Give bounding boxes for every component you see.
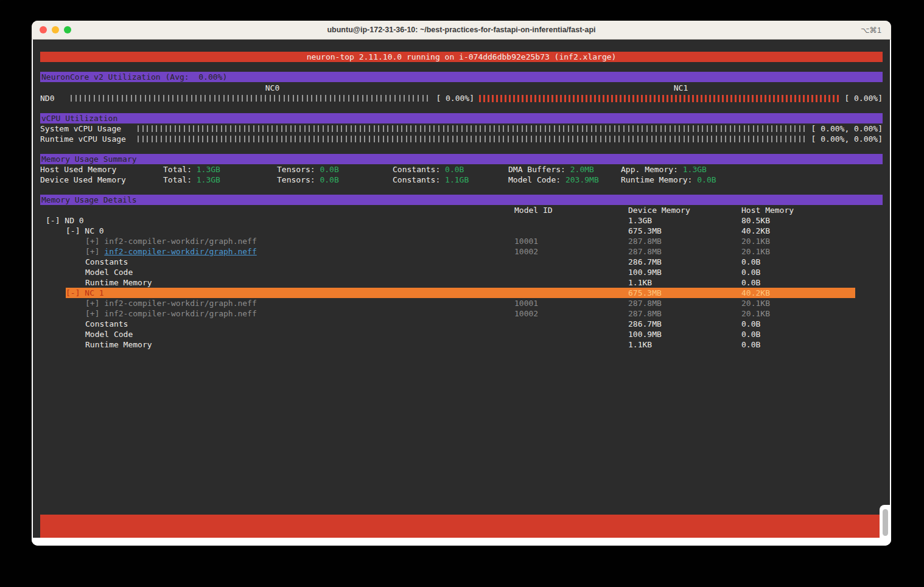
summary-row-label: Device Used Memory (40, 175, 163, 185)
model-id-cell: 10001 (514, 236, 628, 246)
host-memory-cell: 20.1KB (741, 236, 883, 246)
host-memory-cell: 0.0B (741, 257, 883, 267)
window-bottom-edge (32, 538, 891, 546)
device-memory-cell: 1.1KB (628, 277, 741, 288)
expand-toggle-icon[interactable]: [+] (85, 237, 104, 246)
tree-node-name: Runtime Memory (40, 339, 514, 350)
nc0-label: NC0 (71, 83, 474, 93)
runtime-vcpu-row: Runtime vCPU Usage [ 0.00%, 0.00%] (40, 134, 883, 144)
memory-summary-rows: Host Used MemoryTotal: 1.3GBTensors: 0.0… (40, 164, 883, 185)
title-bar[interactable]: ubuntu@ip-172-31-36-10: ~/best-practices… (32, 21, 891, 40)
tree-node-name: Model Code (40, 329, 514, 339)
memory-summary-row: Device Used MemoryTotal: 1.3GBTensors: 0… (40, 175, 883, 185)
nc0-gauge-bar (71, 95, 432, 102)
system-vcpu-value: [ 0.00%, 0.00%] (811, 123, 883, 134)
summary-cell: Total: 1.3GB (163, 164, 277, 175)
device-memory-cell: 287.8MB (628, 298, 741, 308)
system-vcpu-row: System vCPU Usage [ 0.00%, 0.00%] (40, 123, 883, 134)
summary-cell: App. Memory: 1.3GB (621, 164, 883, 175)
tree-row[interactable]: [-] ND 01.3GB80.5KB (40, 215, 883, 226)
device-memory-cell: 100.9MB (628, 267, 741, 277)
zoom-button[interactable] (64, 26, 71, 33)
tree-node-name: [-] NC 1 (40, 288, 514, 298)
nd0-gauge-row: ND0 [ 0.00%] [ 0.00%] (40, 93, 883, 103)
model-id-cell (514, 277, 628, 288)
nc0-gauge-value: [ 0.00%] (436, 93, 474, 103)
tabs-line: Neuron Apps >[1]:all<[2]:7[3]:7 (40, 535, 883, 538)
tree-node-name: [-] ND 0 (40, 215, 514, 226)
model-id-cell: 10001 (514, 298, 628, 308)
tree-row[interactable]: [+] inf2-compiler-workdir/graph.neff1000… (40, 298, 883, 308)
expand-toggle-icon[interactable]: [+] (85, 247, 104, 256)
model-id-cell (514, 288, 628, 298)
terminal-window: ubuntu@ip-172-31-36-10: ~/best-practices… (32, 21, 891, 546)
host-memory-cell: 0.0B (741, 277, 883, 288)
tree-node-name: [+] inf2-compiler-workdir/graph.neff (40, 308, 514, 319)
column-header-device-memory: Device Memory (628, 205, 741, 215)
tree-row[interactable]: Model Code100.9MB0.0B (40, 329, 883, 339)
expand-toggle-icon[interactable]: [+] (85, 299, 104, 308)
tree-row[interactable]: Model Code100.9MB0.0B (40, 267, 883, 277)
tree-row[interactable]: Runtime Memory1.1KB0.0B (40, 339, 883, 350)
model-id-cell (514, 319, 628, 329)
host-memory-cell: 0.0B (741, 339, 883, 350)
nc0-gauge: [ 0.00%] (71, 93, 474, 103)
nc1-gauge-bar (479, 95, 840, 102)
nd0-label: ND0 (40, 93, 66, 103)
host-memory-cell: 40.2KB (741, 288, 883, 298)
model-id-cell (514, 339, 628, 350)
memory-details-rows: [-] ND 01.3GB80.5KB[-] NC 0675.3MB40.2KB… (40, 215, 883, 350)
summary-cell: Total: 1.3GB (163, 175, 277, 185)
system-vcpu-gauge-bar (138, 125, 807, 132)
model-id-cell (514, 257, 628, 267)
status-bar: Neuron Apps >[1]:all<[2]:7[3]:7 q: quita… (40, 515, 883, 538)
summary-cell: Tensors: 0.0B (277, 164, 393, 175)
summary-cell: DMA Buffers: 2.0MB (508, 164, 621, 175)
host-memory-cell: 20.1KB (741, 298, 883, 308)
close-button[interactable] (40, 26, 47, 33)
summary-cell: Constants: 1.1GB (393, 175, 508, 185)
tree-row[interactable]: [+] inf2-compiler-workdir/graph.neff1000… (40, 308, 883, 319)
window-shortcut-badge: ⌥⌘1 (861, 26, 881, 35)
device-memory-cell: 100.9MB (628, 329, 741, 339)
device-memory-cell: 287.8MB (628, 246, 741, 257)
runtime-vcpu-value: [ 0.00%, 0.00%] (811, 134, 883, 144)
window-title: ubuntu@ip-172-31-36-10: ~/best-practices… (99, 26, 824, 34)
tree-node-name: [+] inf2-compiler-workdir/graph.neff (40, 298, 514, 308)
scrollbar-thumb[interactable] (883, 509, 888, 536)
runtime-vcpu-label: Runtime vCPU Usage (40, 134, 133, 144)
tab[interactable]: [3]:7 (463, 536, 486, 538)
minimize-button[interactable] (52, 26, 59, 33)
tree-row[interactable]: [+] inf2-compiler-workdir/graph.neff1000… (40, 246, 883, 257)
summary-row-label: Host Used Memory (40, 164, 163, 175)
device-memory-cell: 287.8MB (628, 236, 741, 246)
tree-row[interactable]: Constants286.7MB0.0B (40, 257, 883, 267)
tree-row[interactable]: [-] NC 1675.3MB40.2KB (40, 288, 883, 298)
device-memory-cell: 675.3MB (628, 226, 741, 236)
neuron-apps-label: Neuron Apps (40, 536, 93, 538)
tree-row[interactable]: Constants286.7MB0.0B (40, 319, 883, 329)
device-memory-cell: 675.3MB (628, 288, 741, 298)
tab[interactable]: >[1]:all< (180, 536, 222, 538)
model-id-cell (514, 226, 628, 236)
tree-row[interactable]: [-] NC 0675.3MB40.2KB (40, 226, 883, 236)
system-vcpu-label: System vCPU Usage (40, 123, 133, 134)
tree-node-name: Runtime Memory (40, 277, 514, 288)
device-memory-cell: 286.7MB (628, 319, 741, 329)
tree-node-name: Constants (40, 319, 514, 329)
neuron-top-banner: neuron-top 2.11.10.0 running on i-074dd6… (40, 52, 883, 62)
model-id-cell (514, 215, 628, 226)
device-memory-cell: 287.8MB (628, 308, 741, 319)
host-memory-cell: 20.1KB (741, 308, 883, 319)
expand-toggle-icon[interactable]: [+] (85, 309, 104, 318)
nc1-gauge: [ 0.00%] (479, 93, 883, 103)
nc1-gauge-value: [ 0.00%] (844, 93, 883, 103)
tree-row[interactable]: [+] inf2-compiler-workdir/graph.neff1000… (40, 236, 883, 246)
tab[interactable]: [2]:7 (323, 536, 346, 538)
summary-cell: Tensors: 0.0B (277, 175, 393, 185)
tree-node-name: [+] inf2-compiler-workdir/graph.neff (40, 236, 514, 246)
device-memory-cell: 286.7MB (628, 257, 741, 267)
tree-row[interactable]: Runtime Memory1.1KB0.0B (40, 277, 883, 288)
model-id-cell (514, 267, 628, 277)
terminal-content: neuron-top 2.11.10.0 running on i-074dd6… (33, 40, 890, 538)
